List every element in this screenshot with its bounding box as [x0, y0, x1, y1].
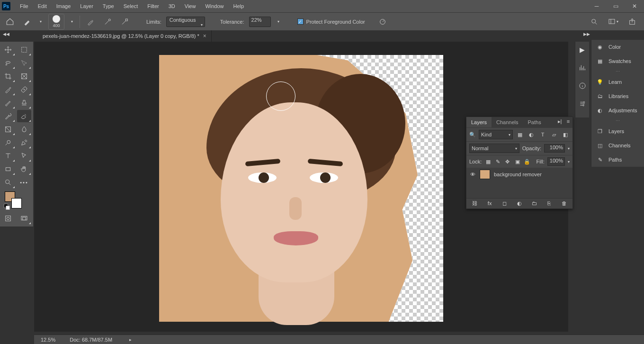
mask-icon[interactable]: ◻	[501, 200, 509, 207]
menu-3d[interactable]: 3D	[164, 0, 180, 12]
hand-tool[interactable]	[17, 163, 31, 175]
menu-file[interactable]: File	[15, 0, 33, 12]
marquee-tool[interactable]	[17, 44, 31, 56]
fill-input[interactable]: 100%	[547, 157, 565, 166]
menu-filter[interactable]: Filter	[143, 0, 163, 12]
document-canvas[interactable]	[159, 55, 443, 322]
collapse-icon[interactable]: ▸|	[555, 117, 564, 126]
collapse-left-icon[interactable]: ◀◀	[2, 31, 10, 37]
panel-item-libraries[interactable]: 🗂Libraries	[591, 89, 644, 103]
filter-adjust-icon[interactable]: ◐	[527, 130, 536, 139]
lasso-tool[interactable]	[1, 57, 15, 69]
filter-pixel-icon[interactable]: ▦	[516, 130, 524, 139]
workspace-icon[interactable]: ▾	[607, 16, 619, 28]
close-icon[interactable]: ×	[203, 33, 206, 39]
menu-edit[interactable]: Edit	[33, 0, 52, 12]
panel-item-swatches[interactable]: ▦Swatches	[591, 54, 644, 68]
blur-tool[interactable]	[17, 123, 31, 136]
panel-item-learn[interactable]: 💡Learn	[591, 75, 644, 89]
tab-layers[interactable]: Layers	[466, 117, 492, 127]
brush-tool[interactable]	[1, 97, 15, 109]
screen-mode-tool[interactable]	[17, 212, 31, 225]
document-tab[interactable]: pexels-juan-mendez-1536619.jpg @ 12.5% (…	[38, 30, 212, 42]
share-icon[interactable]	[626, 16, 638, 28]
link-icon[interactable]: ⛓	[471, 200, 479, 207]
menu-layer[interactable]: Layer	[75, 0, 98, 12]
filter-kind-select[interactable]: Kind▾	[479, 130, 513, 139]
lock-all-icon[interactable]: 🔒	[524, 157, 531, 166]
limits-select[interactable]: Contiguous▾	[166, 17, 205, 27]
layer-row[interactable]: 👁 background remover	[466, 168, 572, 181]
layer-name[interactable]: background remover	[494, 172, 542, 177]
gradient-tool[interactable]	[1, 123, 15, 136]
menu-view[interactable]: View	[180, 0, 201, 12]
type-tool[interactable]	[1, 150, 15, 162]
default-colors-icon[interactable]	[4, 204, 9, 208]
dodge-tool[interactable]	[1, 136, 15, 149]
quick-mask-tool[interactable]	[1, 212, 15, 225]
rectangle-tool[interactable]	[1, 163, 15, 175]
menu-image[interactable]: Image	[52, 0, 76, 12]
lock-artboard-icon[interactable]: ▣	[514, 157, 521, 166]
eraser-tool[interactable]	[17, 110, 31, 122]
panel-item-layers[interactable]: ❐Layers	[591, 124, 644, 138]
histogram-icon[interactable]	[577, 63, 588, 73]
move-tool[interactable]	[1, 44, 15, 56]
tab-channels[interactable]: Channels	[492, 117, 523, 127]
lock-position-icon[interactable]: ✥	[504, 157, 511, 166]
dropdown-arrow-icon[interactable]: ▾	[69, 19, 75, 24]
menu-select[interactable]: Select	[119, 0, 143, 12]
lock-pixels-icon[interactable]: ✎	[494, 157, 501, 166]
menu-help[interactable]: Help	[229, 0, 249, 12]
stamp-tool[interactable]	[17, 97, 31, 109]
quick-select-tool[interactable]	[17, 57, 31, 69]
sampling-once-icon[interactable]	[102, 16, 114, 28]
minimize-button[interactable]: ─	[587, 0, 606, 12]
chevron-right-icon[interactable]: ▸	[129, 337, 132, 342]
panel-item-channels[interactable]: ◫Channels	[591, 138, 644, 153]
collapse-right-icon[interactable]: ▶▶	[582, 31, 591, 37]
filter-shape-icon[interactable]: ▱	[550, 130, 558, 139]
group-icon[interactable]: 🗀	[530, 200, 538, 207]
play-icon[interactable]: ▶	[577, 45, 588, 55]
new-layer-icon[interactable]: ⎘	[545, 200, 554, 207]
protect-fg-checkbox[interactable]: ✓ Protect Foreground Color	[297, 18, 365, 25]
history-brush-tool[interactable]	[1, 110, 15, 122]
panel-item-color[interactable]: ◉Color	[591, 40, 644, 54]
path-select-tool[interactable]	[17, 150, 31, 162]
search-icon[interactable]	[588, 16, 600, 28]
dropdown-arrow-icon[interactable]: ▾	[38, 19, 44, 24]
filter-smart-icon[interactable]: ◧	[561, 130, 570, 139]
opacity-input[interactable]: 100%	[544, 144, 565, 153]
tool-preset-icon[interactable]	[21, 16, 33, 28]
menu-window[interactable]: Window	[200, 0, 228, 12]
crop-tool[interactable]	[1, 70, 15, 82]
adjustment-icon[interactable]: ◐	[515, 200, 524, 207]
panel-menu-icon[interactable]: ≡	[564, 117, 572, 126]
healing-tool[interactable]	[17, 83, 31, 96]
zoom-level[interactable]: 12.5%	[41, 337, 55, 343]
pen-tool[interactable]	[17, 136, 31, 149]
sampling-continuous-icon[interactable]	[85, 16, 97, 28]
visibility-icon[interactable]: 👁	[469, 172, 476, 177]
background-color[interactable]	[11, 198, 22, 208]
filter-type-icon[interactable]: T	[538, 130, 547, 139]
panel-item-adjustments[interactable]: ◐Adjustments	[591, 103, 644, 118]
blend-mode-select[interactable]: Normal▾	[469, 144, 519, 153]
sampling-swatch-icon[interactable]	[119, 16, 131, 28]
maximize-button[interactable]: ▭	[606, 0, 625, 12]
fx-icon[interactable]: fx	[485, 200, 494, 207]
dropdown-arrow-icon[interactable]: ▾	[276, 19, 281, 24]
brush-preview[interactable]: 400	[48, 14, 64, 30]
info-icon[interactable]	[577, 81, 588, 91]
eyedropper-tool[interactable]	[1, 83, 15, 96]
properties-icon[interactable]	[577, 99, 588, 109]
layer-thumbnail[interactable]	[480, 170, 490, 179]
panel-item-paths[interactable]: ✎Paths	[591, 153, 644, 167]
close-button[interactable]: ✕	[625, 0, 644, 12]
frame-tool[interactable]	[17, 70, 31, 82]
doc-size[interactable]: Doc: 68.7M/87.5M	[70, 337, 112, 343]
lock-transparent-icon[interactable]: ▦	[484, 157, 492, 166]
pressure-icon[interactable]	[376, 16, 389, 28]
zoom-tool[interactable]	[1, 176, 15, 189]
